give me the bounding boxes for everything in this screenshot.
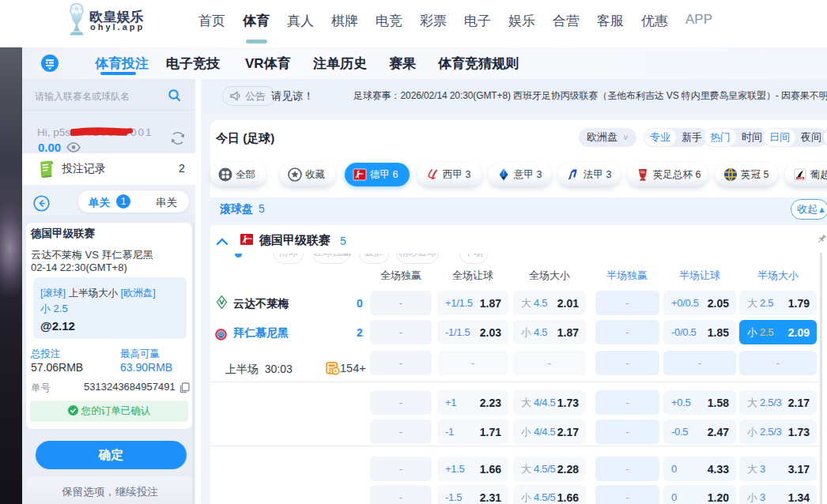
svg-text:LIGA: LIGA	[798, 177, 803, 180]
svg-text:FA: FA	[640, 171, 645, 175]
